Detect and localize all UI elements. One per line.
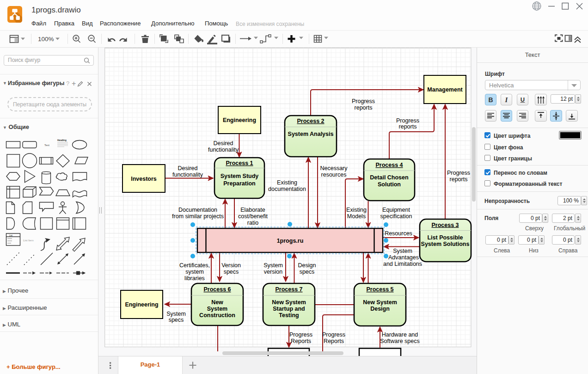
svg-text:Investors: Investors	[131, 176, 157, 182]
svg-text:New System: New System	[272, 299, 306, 306]
svg-text:System: System	[207, 306, 227, 312]
svg-text:from similar projects: from similar projects	[172, 213, 224, 220]
svg-text:Reports: Reports	[291, 338, 311, 344]
svg-text:cost/benefit: cost/benefit	[238, 213, 268, 220]
svg-text:Existing: Existing	[277, 179, 297, 186]
svg-text:Process 3: Process 3	[431, 222, 459, 228]
svg-text:Design: Design	[298, 262, 316, 269]
svg-text:Process 7: Process 7	[275, 286, 302, 293]
svg-text:Certificates,: Certificates,	[179, 262, 210, 269]
svg-text:Models: Models	[347, 213, 366, 220]
svg-text:Process 1: Process 1	[226, 160, 253, 166]
svg-text:Progress: Progress	[289, 331, 312, 338]
svg-text:Advantages: Advantages	[388, 254, 419, 261]
svg-text:Heading: Heading	[57, 139, 67, 141]
svg-text:Engineering: Engineering	[223, 117, 256, 123]
svg-text:specs: specs	[300, 269, 315, 275]
svg-text:Management: Management	[427, 86, 463, 93]
svg-text:Version: Version	[221, 262, 241, 269]
svg-text:specs: specs	[169, 317, 184, 323]
svg-text:Construction: Construction	[199, 312, 235, 319]
svg-text:Necessary: Necessary	[320, 165, 348, 172]
svg-text:Hardware and: Hardware and	[382, 331, 418, 338]
svg-text:Engineering: Engineering	[125, 301, 158, 308]
svg-text:ratio: ratio	[247, 220, 258, 226]
svg-text:reports: reports	[399, 123, 417, 130]
svg-text:System Study: System Study	[220, 173, 259, 179]
svg-text:system: system	[185, 269, 204, 275]
svg-text:Desired: Desired	[213, 140, 233, 147]
svg-text:Existing: Existing	[346, 207, 367, 213]
svg-text:Resources: Resources	[385, 230, 412, 237]
svg-text:1progs.ru: 1progs.ru	[277, 238, 304, 244]
svg-text:Design: Design	[370, 306, 390, 312]
svg-text:New: New	[211, 299, 223, 306]
svg-text:version: version	[264, 269, 282, 275]
svg-text:and Limitations: and Limitations	[383, 261, 422, 267]
svg-text:Process 5: Process 5	[366, 286, 393, 293]
svg-text:Progress: Progress	[447, 170, 470, 176]
svg-text:functionality: functionality	[172, 172, 203, 178]
svg-text:resources: resources	[321, 172, 347, 178]
svg-text:Testing: Testing	[279, 312, 299, 319]
svg-text:functionality: functionality	[208, 147, 239, 153]
svg-text:Solution: Solution	[378, 181, 401, 188]
svg-text:Software specs: Software specs	[380, 338, 419, 344]
svg-text:System: System	[263, 262, 283, 269]
svg-text:System Solutions: System Solutions	[421, 241, 470, 247]
svg-text:Desired: Desired	[178, 165, 197, 172]
svg-text:List Item: List Item	[23, 239, 34, 242]
svg-text:Process 4: Process 4	[375, 162, 403, 168]
svg-text:documentation: documentation	[268, 186, 306, 192]
svg-text:libraries: libraries	[184, 275, 205, 282]
svg-text:specification: specification	[380, 213, 412, 220]
svg-text:specs: specs	[224, 269, 239, 275]
svg-text:Reports: Reports	[324, 338, 344, 344]
svg-text:Progress: Progress	[396, 117, 419, 124]
svg-text:Process 2: Process 2	[297, 118, 324, 124]
svg-text:List: List	[9, 234, 13, 237]
svg-text:Progress: Progress	[322, 331, 345, 338]
svg-text:Preparation: Preparation	[223, 180, 255, 187]
svg-text:System: System	[393, 248, 412, 254]
svg-text:New System: New System	[363, 299, 397, 306]
svg-text:100%: 100%	[38, 36, 54, 43]
svg-text:Detail Chosen: Detail Chosen	[370, 174, 408, 181]
svg-text:Equipment: Equipment	[382, 207, 410, 213]
svg-text:Documentation: Documentation	[178, 207, 217, 213]
svg-text:Elaborate: Elaborate	[240, 207, 265, 213]
svg-text:System: System	[166, 311, 186, 317]
svg-text:List Possible: List Possible	[427, 234, 463, 241]
svg-text:System Analysis: System Analysis	[288, 131, 334, 137]
svg-text:Text: Text	[44, 144, 49, 147]
svg-text:reports: reports	[450, 176, 468, 183]
svg-text:reports: reports	[355, 104, 373, 111]
svg-text:Startup and: Startup and	[273, 306, 305, 312]
svg-text:Process 6: Process 6	[203, 286, 231, 293]
svg-text:Progress: Progress	[352, 98, 375, 104]
